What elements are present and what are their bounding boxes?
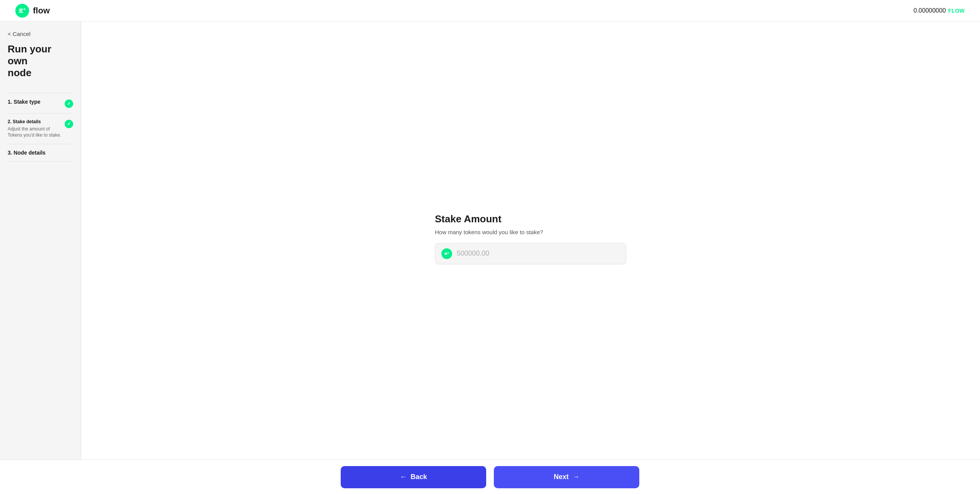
main-layout: < Cancel Run your own node 1. Stake type [0,0,980,494]
step-2-label: 2. Stake details [8,119,61,124]
stake-input-wrapper [435,243,626,264]
step-2-check [65,120,73,128]
form-subtitle: How many tokens would you like to stake? [435,229,626,235]
top-bar: flow 0.00000000 FLOW [0,0,980,21]
step-1-check [65,99,73,108]
step-3: 3. Node details [8,144,73,161]
step-1-label: 1. Stake type [8,99,41,105]
cancel-link[interactable]: < Cancel [8,31,73,37]
next-button[interactable]: Next [494,466,639,488]
back-button[interactable]: Back [341,466,486,488]
back-arrow-icon [400,473,407,481]
flow-logo-icon [15,4,29,18]
steps-list: 1. Stake type 2. Stake details Adjust th… [8,93,73,162]
step-1-content: 1. Stake type [8,99,41,105]
next-arrow-icon [573,473,580,481]
step-2: 2. Stake details Adjust the amount of To… [8,114,73,145]
form-title: Stake Amount [435,213,626,225]
balance-display: 0.00000000 FLOW [913,7,965,14]
form-container: Stake Amount How many tokens would you l… [435,213,626,264]
step-1: 1. Stake type [8,93,73,114]
step-2-content: 2. Stake details Adjust the amount of To… [8,119,61,139]
balance-amount: 0.00000000 [913,7,946,14]
main-content: Stake Amount How many tokens would you l… [81,21,980,494]
step-3-content: 3. Node details [8,150,46,156]
sidebar: < Cancel Run your own node 1. Stake type [0,21,81,494]
sidebar-title: Run your own node [8,43,73,79]
svg-point-2 [448,252,449,253]
step-2-description: Adjust the amount of Tokens you'd like t… [8,126,61,139]
stake-amount-input[interactable] [457,249,620,258]
logo-area: flow [15,4,50,18]
step-3-label: 3. Node details [8,150,46,156]
svg-point-1 [24,8,25,10]
bottom-bar: Back Next [0,460,980,494]
balance-currency: FLOW [948,8,965,14]
logo-text: flow [33,6,50,16]
token-icon [441,248,452,259]
